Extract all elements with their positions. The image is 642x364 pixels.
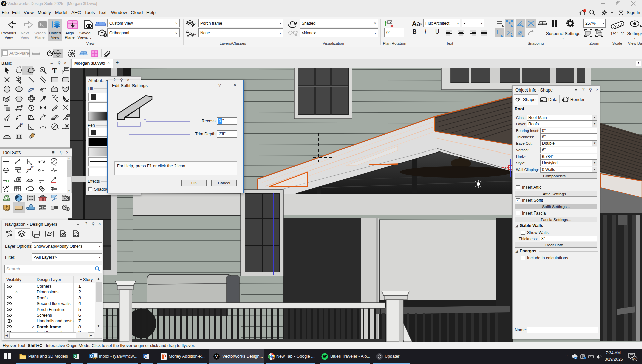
svg-text:22: 22 <box>633 357 637 361</box>
svg-text:X: X <box>74 355 76 358</box>
svg-text:˅: ˅ <box>195 22 196 25</box>
svg-text:R: R <box>272 357 274 360</box>
svg-text:12: 12 <box>31 166 34 169</box>
svg-text:T: T <box>52 66 57 75</box>
svg-text:V: V <box>3 2 5 6</box>
svg-text:V: V <box>215 354 218 359</box>
svg-text:˅: ˅ <box>195 32 196 36</box>
svg-text:12: 12 <box>20 122 23 125</box>
svg-text:W: W <box>144 355 147 358</box>
svg-text:n: n <box>27 168 29 171</box>
